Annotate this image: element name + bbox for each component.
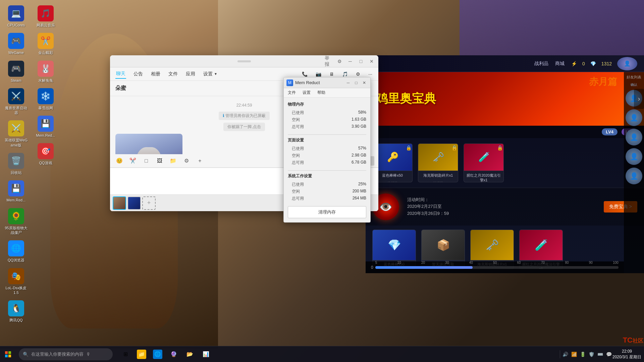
qq-titlebar: 举报 ⚙ ─ □ ✕ [110,55,378,67]
desktop-icon-plants[interactable]: 🌻 95原版植物大战僵尸 [3,207,30,237]
music-label: 网易云音乐 [37,23,55,27]
qq-maximize-btn[interactable]: □ [357,57,365,65]
qq-share-btn[interactable]: 🖥 [329,70,335,78]
taskbar-app-3[interactable]: 🔮 [166,347,181,362]
mem-menu-file[interactable]: 文件 [286,89,297,96]
qq-minimize-btn[interactable]: ─ [346,57,354,65]
mem-menu-settings[interactable]: 设置 [301,89,312,96]
tutu-label: 水解兔兔 [38,78,53,83]
taskbar-clock[interactable]: 22:09 2020/3/1 星期日 [612,349,641,360]
desktop-icon-wow[interactable]: ⚔️ 魔兽世界启动器 [3,87,30,117]
screenshot-icon: ✂️ [38,33,54,49]
file-btn[interactable]: 📁 [168,156,178,166]
screen-btn[interactable]: □ [141,156,152,166]
qq-menu-app[interactable]: 应用 [185,70,196,78]
game-item-2[interactable]: 🗝️ 海克斯钥匙碎片x1 待解锁 [418,143,458,182]
qq-thumb-3[interactable]: + [142,196,156,210]
qq-report-btn[interactable]: 举报 [325,57,333,65]
desktop-icon-wegame[interactable]: 🎮 WeGame [3,32,30,56]
qq-more-btn[interactable]: ⚙ [355,70,361,78]
image-btn[interactable]: 🖼 [154,156,165,166]
qq-extra-btn[interactable]: ··· [368,70,373,78]
orb-icon: 👁️ [379,200,392,213]
mem-total-label: 总可用 [292,124,304,130]
game-arrow-right[interactable]: › [634,89,644,109]
qq-close-btn[interactable]: ✕ [368,57,376,65]
game-avatar[interactable]: 👤 [617,57,637,70]
desktop-icon-qqgames[interactable]: 🎯 QQ游戏 [32,142,59,167]
mem-label: Mem.Red... [7,198,26,202]
desktop-icon-mem2[interactable]: 💾 Mem.Red... [32,114,59,139]
settings-btn2[interactable]: ⚙ [181,156,192,166]
desktop-icon-recycle[interactable]: 🗑️ 回收站 [3,152,30,176]
game-item-3[interactable]: 🧪 腥红之月2020魔法引擎x1 待解锁 [464,143,504,182]
taskbar-app-5[interactable]: 📊 [199,347,213,362]
plus-btn[interactable]: + [195,156,205,166]
desktop-icon-steam[interactable]: 🎮 Steam [3,59,30,84]
qq-music-btn[interactable]: 🎵 [341,70,348,78]
sys-msg1-text: 管理员将你设为已屏蔽 [225,113,266,118]
mem-clean-button[interactable]: 清理内存 [288,206,366,218]
prog-50: 50 [493,261,497,264]
desktop-icon-loldsx[interactable]: 🎭 LoL-Dsx换皮1.5 [3,267,30,297]
systray-icon-5[interactable]: ⌨️ [597,351,604,358]
mem-maximize-btn[interactable]: □ [353,79,360,86]
game-banner: 赤月篇 鸡里奥宝典 赤月篇 › [366,72,644,126]
mem-minimize-btn[interactable]: ─ [345,79,352,86]
start-button[interactable] [0,346,16,362]
desktop-icon-screenshot[interactable]: ✂️ 金山截彩 [32,32,59,56]
qq-sys-msg1: ℹ 管理员将你设为已屏蔽 [219,112,270,120]
game-item-1-label: 蓝色棒棒x50 [373,171,412,180]
qq-menu-notice[interactable]: 公告 [133,70,144,78]
desktop-icon-qqbrowser[interactable]: 🌐 QQ浏览器 [3,239,30,264]
friend-avatar-5[interactable]: 👤 [626,168,642,184]
qq-menu-album[interactable]: 相册 [150,70,161,78]
prog-40: 40 [469,261,473,264]
friend-avatar-3[interactable]: 👤 [626,129,642,145]
mem-system-used-row: 已使用 25% [288,181,366,188]
systray-icon-6[interactable]: 💬 [606,351,612,358]
systray-icon-1[interactable]: 🔊 [562,351,569,358]
item2-icon: 🗝️ [433,152,444,163]
game-item-1[interactable]: 🔑 蓝色棒棒x50 待解锁 [372,143,413,182]
qq-thumb-1[interactable] [113,196,126,210]
desktop-icon-cpucores[interactable]: 💻 CPUCores [3,4,30,29]
friend-avatar-4[interactable]: 👤 [626,148,642,165]
desktop-icon-blizzard[interactable]: ❄️ 暴雪战网 [32,87,59,112]
desktop-icon-music[interactable]: 🎵 网易云音乐 [32,4,59,29]
friends-confirm-btn[interactable]: 确认 [625,82,643,87]
steam-label: Steam [11,78,21,83]
mem-menu-help[interactable]: 帮助 [316,89,327,96]
mem-system-total-val: 264 MB [353,196,366,201]
game-nav-loot[interactable]: 战利品 [534,61,548,67]
desktop-icon-lol-wegame[interactable]: ⚔️ 英雄联盟WeGame版 [3,119,30,149]
systray-icon-2[interactable]: 📶 [571,351,578,358]
taskbar-app-edge[interactable]: 🌐 [150,347,165,362]
qq-thumb-2[interactable] [127,196,141,210]
mem-page-section: 页面设置 已使用 57% 空闲 2.98 GB 总可用 6.78 GB [288,137,366,166]
systray-icon-3[interactable]: 🔋 [580,351,586,358]
mem-system-title: 系统工作设置 [288,173,366,179]
desktop-icon-mem[interactable]: 💾 Mem.Red... [3,179,30,204]
qq-menu-settings[interactable]: 设置▼ [203,70,218,78]
qq-menu-chat[interactable]: 聊天 [115,69,126,79]
mem-page-used-row: 已使用 57% [288,145,366,152]
screenshot-btn[interactable]: ✂️ [127,156,138,166]
qq-phone-btn[interactable]: 📞 [301,70,308,78]
desktop-icon-qq[interactable]: 🐧 腾讯QQ [3,299,30,324]
desktop-icon-tutu[interactable]: 🐰 水解兔兔 [32,59,59,84]
progress-labels: 5 10 20 30 40 50 60 70 80 90 100 [375,261,619,264]
systray-icon-4[interactable]: 🛡️ [588,351,595,358]
qq-menu-file[interactable]: 文件 [168,70,178,78]
mem-close-btn[interactable]: ✕ [361,79,368,86]
emoji-btn[interactable]: 😊 [114,156,125,166]
game-nav-shop[interactable]: 商城 [555,61,565,67]
mem-page-total-val: 6.78 GB [352,160,366,166]
taskbar-app-multiview[interactable]: ⊞ [118,347,133,362]
qq-video-btn[interactable]: 📷 [315,70,322,78]
friend-avatar-2[interactable]: 👤 [626,109,642,126]
taskbar-app-explorer[interactable]: 📁 [134,347,149,362]
qq-settings-btn[interactable]: ⚙ [335,57,343,65]
taskbar-app-4[interactable]: 📂 [182,347,197,362]
taskbar-search[interactable]: 🔍 在这里输入你要搜索的内容 🎙 [19,348,113,360]
